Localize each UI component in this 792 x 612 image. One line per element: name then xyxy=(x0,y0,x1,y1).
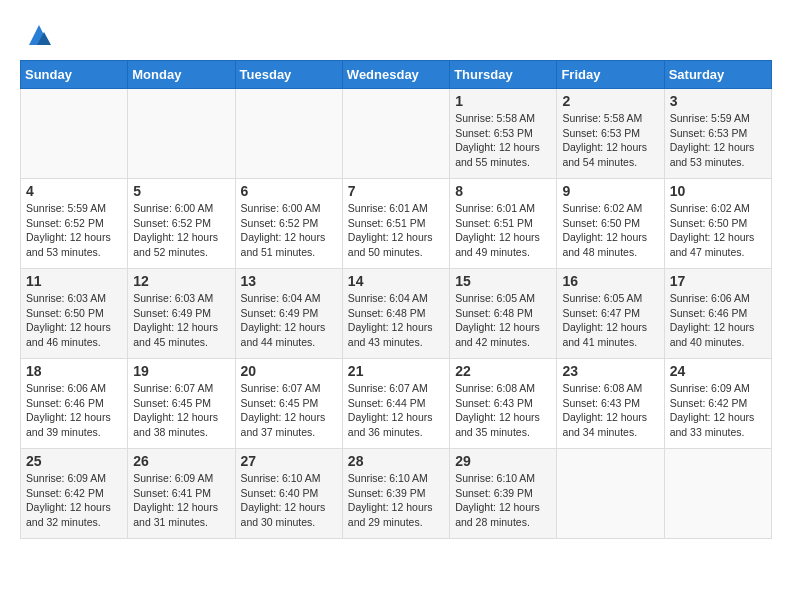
day-info: Sunrise: 6:07 AM Sunset: 6:45 PM Dayligh… xyxy=(133,381,229,440)
day-number: 15 xyxy=(455,273,551,289)
calendar-day-cell: 22Sunrise: 6:08 AM Sunset: 6:43 PM Dayli… xyxy=(450,359,557,449)
day-info: Sunrise: 6:07 AM Sunset: 6:44 PM Dayligh… xyxy=(348,381,444,440)
day-number: 2 xyxy=(562,93,658,109)
calendar-day-cell: 18Sunrise: 6:06 AM Sunset: 6:46 PM Dayli… xyxy=(21,359,128,449)
calendar-day-cell: 3Sunrise: 5:59 AM Sunset: 6:53 PM Daylig… xyxy=(664,89,771,179)
day-number: 9 xyxy=(562,183,658,199)
day-info: Sunrise: 6:01 AM Sunset: 6:51 PM Dayligh… xyxy=(348,201,444,260)
logo-icon xyxy=(24,20,54,50)
day-info: Sunrise: 6:06 AM Sunset: 6:46 PM Dayligh… xyxy=(26,381,122,440)
weekday-header: Tuesday xyxy=(235,61,342,89)
calendar-day-cell: 17Sunrise: 6:06 AM Sunset: 6:46 PM Dayli… xyxy=(664,269,771,359)
weekday-header-row: SundayMondayTuesdayWednesdayThursdayFrid… xyxy=(21,61,772,89)
calendar-day-cell: 5Sunrise: 6:00 AM Sunset: 6:52 PM Daylig… xyxy=(128,179,235,269)
calendar-day-cell: 19Sunrise: 6:07 AM Sunset: 6:45 PM Dayli… xyxy=(128,359,235,449)
day-number: 17 xyxy=(670,273,766,289)
day-info: Sunrise: 6:10 AM Sunset: 6:40 PM Dayligh… xyxy=(241,471,337,530)
calendar-day-cell: 8Sunrise: 6:01 AM Sunset: 6:51 PM Daylig… xyxy=(450,179,557,269)
calendar-day-cell: 10Sunrise: 6:02 AM Sunset: 6:50 PM Dayli… xyxy=(664,179,771,269)
calendar-day-cell: 23Sunrise: 6:08 AM Sunset: 6:43 PM Dayli… xyxy=(557,359,664,449)
day-number: 8 xyxy=(455,183,551,199)
day-info: Sunrise: 6:05 AM Sunset: 6:48 PM Dayligh… xyxy=(455,291,551,350)
calendar-day-cell: 16Sunrise: 6:05 AM Sunset: 6:47 PM Dayli… xyxy=(557,269,664,359)
day-number: 26 xyxy=(133,453,229,469)
day-number: 13 xyxy=(241,273,337,289)
calendar-day-cell: 13Sunrise: 6:04 AM Sunset: 6:49 PM Dayli… xyxy=(235,269,342,359)
weekday-header: Wednesday xyxy=(342,61,449,89)
day-number: 7 xyxy=(348,183,444,199)
day-number: 28 xyxy=(348,453,444,469)
calendar-day-cell: 25Sunrise: 6:09 AM Sunset: 6:42 PM Dayli… xyxy=(21,449,128,539)
day-number: 18 xyxy=(26,363,122,379)
day-number: 1 xyxy=(455,93,551,109)
weekday-header: Thursday xyxy=(450,61,557,89)
day-info: Sunrise: 5:59 AM Sunset: 6:53 PM Dayligh… xyxy=(670,111,766,170)
day-info: Sunrise: 6:04 AM Sunset: 6:48 PM Dayligh… xyxy=(348,291,444,350)
day-info: Sunrise: 6:04 AM Sunset: 6:49 PM Dayligh… xyxy=(241,291,337,350)
day-info: Sunrise: 6:08 AM Sunset: 6:43 PM Dayligh… xyxy=(455,381,551,440)
day-number: 16 xyxy=(562,273,658,289)
day-info: Sunrise: 6:06 AM Sunset: 6:46 PM Dayligh… xyxy=(670,291,766,350)
weekday-header: Friday xyxy=(557,61,664,89)
calendar-day-cell: 15Sunrise: 6:05 AM Sunset: 6:48 PM Dayli… xyxy=(450,269,557,359)
day-info: Sunrise: 6:05 AM Sunset: 6:47 PM Dayligh… xyxy=(562,291,658,350)
day-info: Sunrise: 6:10 AM Sunset: 6:39 PM Dayligh… xyxy=(348,471,444,530)
logo xyxy=(20,20,54,50)
day-info: Sunrise: 6:09 AM Sunset: 6:41 PM Dayligh… xyxy=(133,471,229,530)
day-info: Sunrise: 6:07 AM Sunset: 6:45 PM Dayligh… xyxy=(241,381,337,440)
calendar-week-row: 1Sunrise: 5:58 AM Sunset: 6:53 PM Daylig… xyxy=(21,89,772,179)
day-info: Sunrise: 6:00 AM Sunset: 6:52 PM Dayligh… xyxy=(133,201,229,260)
calendar-day-cell xyxy=(21,89,128,179)
day-info: Sunrise: 6:03 AM Sunset: 6:49 PM Dayligh… xyxy=(133,291,229,350)
calendar-week-row: 18Sunrise: 6:06 AM Sunset: 6:46 PM Dayli… xyxy=(21,359,772,449)
calendar-day-cell: 2Sunrise: 5:58 AM Sunset: 6:53 PM Daylig… xyxy=(557,89,664,179)
day-info: Sunrise: 5:58 AM Sunset: 6:53 PM Dayligh… xyxy=(562,111,658,170)
day-number: 12 xyxy=(133,273,229,289)
day-number: 25 xyxy=(26,453,122,469)
day-number: 19 xyxy=(133,363,229,379)
day-number: 20 xyxy=(241,363,337,379)
calendar-day-cell: 28Sunrise: 6:10 AM Sunset: 6:39 PM Dayli… xyxy=(342,449,449,539)
calendar-day-cell: 24Sunrise: 6:09 AM Sunset: 6:42 PM Dayli… xyxy=(664,359,771,449)
day-info: Sunrise: 6:09 AM Sunset: 6:42 PM Dayligh… xyxy=(670,381,766,440)
day-number: 6 xyxy=(241,183,337,199)
calendar-day-cell: 26Sunrise: 6:09 AM Sunset: 6:41 PM Dayli… xyxy=(128,449,235,539)
day-info: Sunrise: 6:10 AM Sunset: 6:39 PM Dayligh… xyxy=(455,471,551,530)
calendar-day-cell: 12Sunrise: 6:03 AM Sunset: 6:49 PM Dayli… xyxy=(128,269,235,359)
calendar-week-row: 4Sunrise: 5:59 AM Sunset: 6:52 PM Daylig… xyxy=(21,179,772,269)
day-number: 24 xyxy=(670,363,766,379)
weekday-header: Saturday xyxy=(664,61,771,89)
weekday-header: Monday xyxy=(128,61,235,89)
calendar-day-cell xyxy=(664,449,771,539)
calendar-day-cell: 1Sunrise: 5:58 AM Sunset: 6:53 PM Daylig… xyxy=(450,89,557,179)
day-number: 23 xyxy=(562,363,658,379)
calendar-day-cell xyxy=(235,89,342,179)
day-info: Sunrise: 6:03 AM Sunset: 6:50 PM Dayligh… xyxy=(26,291,122,350)
calendar-day-cell: 29Sunrise: 6:10 AM Sunset: 6:39 PM Dayli… xyxy=(450,449,557,539)
weekday-header: Sunday xyxy=(21,61,128,89)
calendar-day-cell xyxy=(342,89,449,179)
day-number: 22 xyxy=(455,363,551,379)
day-number: 5 xyxy=(133,183,229,199)
day-info: Sunrise: 6:02 AM Sunset: 6:50 PM Dayligh… xyxy=(670,201,766,260)
page-header xyxy=(20,20,772,50)
day-number: 27 xyxy=(241,453,337,469)
day-info: Sunrise: 6:08 AM Sunset: 6:43 PM Dayligh… xyxy=(562,381,658,440)
calendar-day-cell: 7Sunrise: 6:01 AM Sunset: 6:51 PM Daylig… xyxy=(342,179,449,269)
calendar-day-cell: 27Sunrise: 6:10 AM Sunset: 6:40 PM Dayli… xyxy=(235,449,342,539)
day-info: Sunrise: 6:09 AM Sunset: 6:42 PM Dayligh… xyxy=(26,471,122,530)
calendar-day-cell: 11Sunrise: 6:03 AM Sunset: 6:50 PM Dayli… xyxy=(21,269,128,359)
calendar-day-cell: 4Sunrise: 5:59 AM Sunset: 6:52 PM Daylig… xyxy=(21,179,128,269)
calendar-day-cell xyxy=(128,89,235,179)
day-number: 29 xyxy=(455,453,551,469)
calendar-day-cell: 6Sunrise: 6:00 AM Sunset: 6:52 PM Daylig… xyxy=(235,179,342,269)
calendar-table: SundayMondayTuesdayWednesdayThursdayFrid… xyxy=(20,60,772,539)
calendar-day-cell: 14Sunrise: 6:04 AM Sunset: 6:48 PM Dayli… xyxy=(342,269,449,359)
calendar-day-cell xyxy=(557,449,664,539)
day-number: 11 xyxy=(26,273,122,289)
day-info: Sunrise: 5:59 AM Sunset: 6:52 PM Dayligh… xyxy=(26,201,122,260)
calendar-day-cell: 9Sunrise: 6:02 AM Sunset: 6:50 PM Daylig… xyxy=(557,179,664,269)
day-number: 21 xyxy=(348,363,444,379)
day-number: 3 xyxy=(670,93,766,109)
day-info: Sunrise: 5:58 AM Sunset: 6:53 PM Dayligh… xyxy=(455,111,551,170)
